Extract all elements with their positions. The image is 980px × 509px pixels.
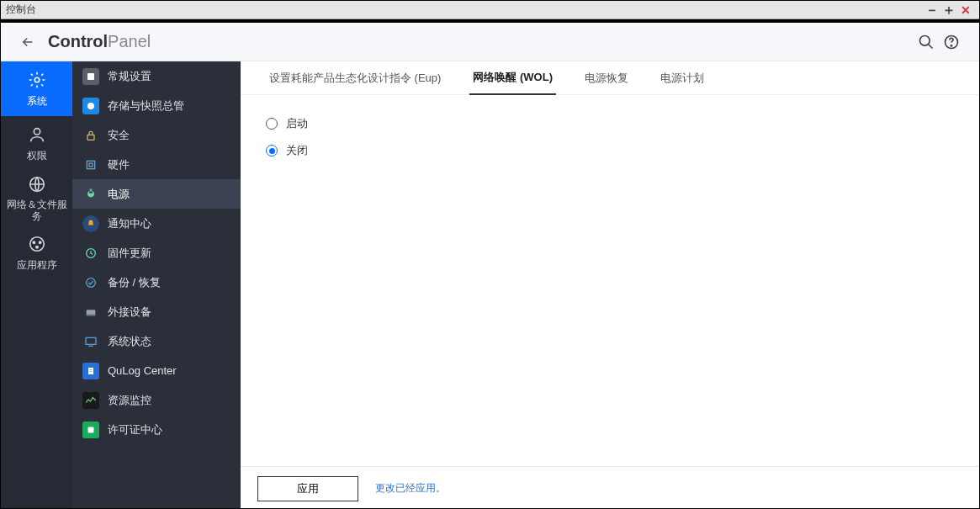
svg-rect-16 — [90, 188, 91, 191]
svg-point-8 — [33, 241, 34, 242]
sidebar-item-label: 硬件 — [108, 157, 130, 172]
radio-label: 启动 — [286, 116, 308, 131]
sidebar-item-power[interactable]: 电源 — [72, 179, 241, 209]
svg-rect-11 — [87, 73, 94, 80]
sidebar-item-status[interactable]: 系统状态 — [72, 326, 241, 356]
sidebar-item-label: 常规设置 — [108, 69, 151, 84]
tab-power-recovery[interactable]: 电源恢复 — [581, 62, 632, 94]
svg-rect-17 — [91, 188, 92, 191]
sidebar-item-general[interactable]: 常规设置 — [72, 61, 241, 91]
apply-button[interactable]: 应用 — [257, 476, 358, 501]
sidebar-item-security[interactable]: 安全 — [72, 120, 241, 150]
svg-rect-27 — [88, 427, 94, 432]
svg-line-1 — [929, 44, 933, 48]
sidebar-item-qulog[interactable]: QuLog Center — [72, 356, 241, 385]
content-pane: 设置耗能产品生态化设计指令 (Eup) 网络唤醒 (WOL) 电源恢复 电源计划… — [241, 61, 979, 509]
backup-icon — [82, 274, 99, 291]
sidebar-item-notification[interactable]: 通知中心 — [72, 209, 241, 238]
sidebar-item-label: 资源监控 — [108, 393, 151, 408]
drive-icon — [82, 304, 99, 321]
svg-rect-22 — [86, 337, 96, 344]
rail-item-privilege[interactable]: 权限 — [1, 116, 72, 171]
tab-wol[interactable]: 网络唤醒 (WOL) — [469, 61, 556, 95]
sidebar-item-backup[interactable]: 备份 / 恢复 — [72, 268, 241, 297]
lock-icon — [82, 127, 99, 144]
rail-item-network[interactable]: 网络＆文件服务 — [1, 171, 72, 225]
app-title: ControlPanel — [48, 32, 151, 51]
svg-point-7 — [29, 236, 44, 251]
user-icon — [27, 125, 47, 145]
svg-point-0 — [920, 35, 930, 45]
globe-icon — [27, 174, 47, 194]
rail-item-label: 应用程序 — [17, 258, 57, 273]
power-icon — [82, 186, 99, 203]
svg-rect-14 — [87, 161, 94, 168]
rail-item-system[interactable]: 系统 — [1, 61, 72, 116]
svg-point-5 — [34, 128, 40, 134]
settings-icon — [82, 68, 99, 85]
tab-eup[interactable]: 设置耗能产品生态化设计指令 (Eup) — [266, 62, 444, 94]
sidebar-item-label: 备份 / 恢复 — [108, 275, 161, 290]
footer-bar: 应用 更改已经应用。 — [241, 466, 979, 509]
radio-enable[interactable]: 启动 — [266, 116, 954, 131]
radio-icon — [266, 118, 278, 130]
svg-rect-15 — [89, 163, 93, 167]
window-minimize-button[interactable]: － — [924, 4, 940, 16]
radio-label: 关闭 — [286, 143, 308, 158]
category-rail: 系统 权限 网络＆文件服务 应用程序 — [1, 61, 72, 509]
radio-disable[interactable]: 关闭 — [266, 143, 954, 158]
tab-bar: 设置耗能产品生态化设计指令 (Eup) 网络唤醒 (WOL) 电源恢复 电源计划 — [241, 61, 979, 95]
gear-icon — [27, 70, 47, 90]
sidebar-item-label: 安全 — [108, 128, 130, 143]
storage-icon — [82, 98, 99, 114]
svg-rect-21 — [87, 314, 96, 315]
sidebar-item-label: 系统状态 — [108, 334, 151, 349]
log-icon — [82, 363, 99, 379]
sidebar-item-hardware[interactable]: 硬件 — [72, 150, 241, 179]
bell-icon — [82, 215, 99, 232]
update-icon — [82, 245, 99, 262]
back-button[interactable] — [16, 30, 40, 54]
sidebar-item-label: 外接设备 — [108, 305, 151, 320]
sidebar-item-storage[interactable]: 存储与快照总管 — [72, 91, 241, 120]
status-message: 更改已经应用。 — [375, 481, 446, 496]
svg-point-3 — [951, 45, 951, 45]
radio-icon — [266, 145, 278, 156]
window-titlebar: 控制台 － ＋ ✕ — [1, 1, 979, 19]
sidebar-item-firmware[interactable]: 固件更新 — [72, 238, 241, 268]
sidebar-item-label: 电源 — [108, 187, 130, 202]
apps-icon — [27, 234, 47, 254]
sidebar-item-label: QuLog Center — [108, 364, 177, 377]
chart-icon — [82, 392, 99, 409]
app-header: ControlPanel — [1, 19, 979, 61]
rail-item-label: 网络＆文件服务 — [4, 199, 69, 223]
rail-item-applications[interactable]: 应用程序 — [1, 225, 72, 280]
search-button[interactable] — [914, 29, 939, 55]
window-maximize-button[interactable]: ＋ — [940, 4, 957, 16]
rail-item-label: 系统 — [27, 94, 47, 109]
svg-point-19 — [87, 278, 96, 287]
rail-item-label: 权限 — [27, 149, 47, 163]
sidebar-item-label: 许可证中心 — [108, 422, 162, 437]
tab-content: 启动 关闭 — [241, 95, 979, 466]
svg-rect-24 — [88, 368, 93, 374]
svg-rect-13 — [87, 135, 94, 140]
help-button[interactable] — [939, 29, 964, 55]
sidebar-item-label: 存储与快照总管 — [108, 98, 184, 114]
sidebar: 常规设置 存储与快照总管 安全 硬件 电源 通知中心 固件更新 备份 / 恢复 — [72, 61, 241, 509]
tab-power-schedule[interactable]: 电源计划 — [657, 62, 707, 94]
sidebar-item-resource[interactable]: 资源监控 — [72, 385, 241, 415]
sidebar-item-external[interactable]: 外接设备 — [72, 297, 241, 326]
hardware-icon — [82, 156, 99, 173]
monitor-icon — [82, 333, 99, 350]
svg-point-4 — [34, 77, 40, 82]
sidebar-item-label: 通知中心 — [108, 216, 151, 231]
window-close-button[interactable]: ✕ — [957, 3, 974, 17]
svg-point-10 — [35, 246, 37, 247]
sidebar-item-license[interactable]: 许可证中心 — [72, 415, 241, 444]
window-title: 控制台 — [6, 3, 36, 17]
svg-point-9 — [39, 241, 40, 242]
svg-point-12 — [87, 103, 94, 109]
sidebar-item-label: 固件更新 — [108, 246, 151, 261]
license-icon — [82, 422, 99, 438]
